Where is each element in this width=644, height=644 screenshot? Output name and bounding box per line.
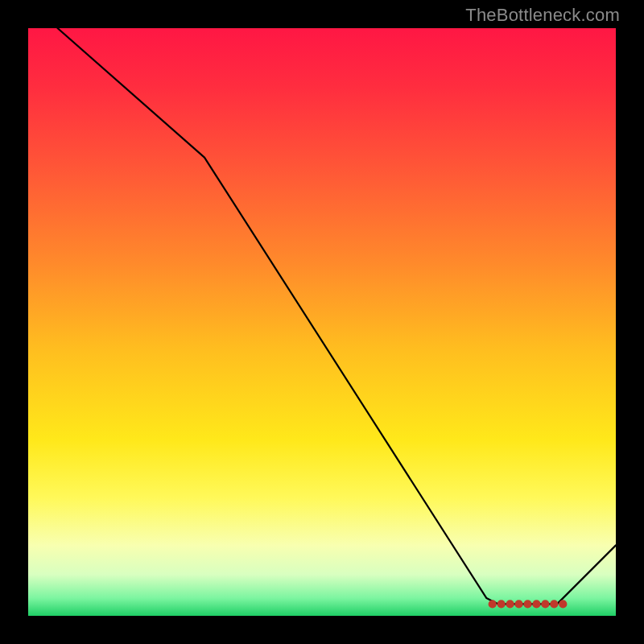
plot-area <box>28 28 616 616</box>
marker-dot <box>532 600 540 608</box>
marker-dot <box>523 600 531 608</box>
marker-dot <box>506 600 514 608</box>
marker-dot <box>559 600 567 608</box>
marker-dot <box>550 600 558 608</box>
marker-dot <box>514 600 522 608</box>
main-curve <box>58 28 617 604</box>
marker-dot <box>497 600 506 608</box>
watermark-label: TheBottleneck.com <box>465 5 620 26</box>
marker-dot <box>541 600 549 608</box>
marker-dot <box>489 600 497 608</box>
curve-layer <box>28 28 616 616</box>
chart-frame: TheBottleneck.com <box>0 0 644 644</box>
marker-group <box>489 600 568 608</box>
